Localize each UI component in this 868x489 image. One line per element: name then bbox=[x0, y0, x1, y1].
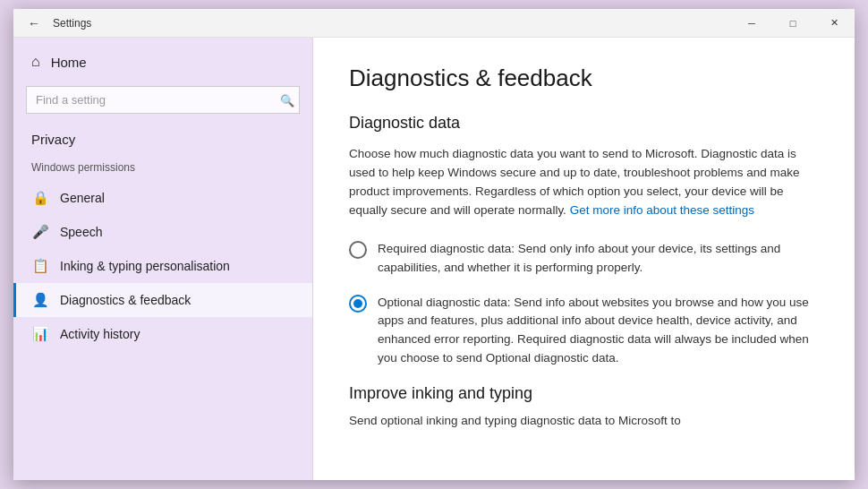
sidebar-item-diagnostics[interactable]: 👤 Diagnostics & feedback bbox=[13, 283, 312, 317]
radio-required[interactable] bbox=[349, 241, 367, 259]
improve-description: Send optional inking and typing diagnost… bbox=[349, 412, 819, 431]
improve-section-title: Improve inking and typing bbox=[349, 384, 819, 403]
window-body: ⌂ Home 🔍 Privacy Windows permissions 🔒 G… bbox=[13, 38, 855, 480]
search-container: 🔍 bbox=[26, 86, 300, 114]
settings-window: ← Settings ─ □ ✕ ⌂ Home 🔍 Privacy bbox=[13, 9, 855, 480]
privacy-heading: Privacy bbox=[13, 128, 312, 156]
radio-option-optional: Optional diagnostic data: Send info abou… bbox=[349, 294, 819, 369]
sidebar-item-label-diagnostics: Diagnostics & feedback bbox=[60, 293, 191, 307]
diagnostics-icon: 👤 bbox=[31, 292, 49, 308]
sidebar-item-home[interactable]: ⌂ Home bbox=[13, 38, 312, 86]
title-bar-left: ← Settings bbox=[22, 14, 91, 32]
sidebar-item-activity[interactable]: 📊 Activity history bbox=[13, 317, 312, 351]
page-title: Diagnostics & feedback bbox=[349, 64, 819, 92]
speech-icon: 🎤 bbox=[31, 224, 49, 240]
main-content: Diagnostics & feedback Diagnostic data C… bbox=[313, 38, 855, 480]
radio-optional[interactable] bbox=[349, 295, 367, 313]
sidebar: ⌂ Home 🔍 Privacy Windows permissions 🔒 G… bbox=[13, 38, 313, 480]
window-controls: ─ □ ✕ bbox=[731, 9, 855, 38]
diagnostic-section-title: Diagnostic data bbox=[349, 114, 819, 133]
sidebar-item-general[interactable]: 🔒 General bbox=[13, 181, 312, 215]
maximize-button[interactable]: □ bbox=[772, 9, 813, 38]
radio-required-label: Required diagnostic data: Send only info… bbox=[378, 240, 819, 278]
sidebar-item-label-inking: Inking & typing personalisation bbox=[60, 259, 230, 273]
back-button[interactable]: ← bbox=[22, 14, 46, 32]
title-bar: ← Settings ─ □ ✕ bbox=[13, 9, 855, 38]
windows-permissions-label: Windows permissions bbox=[13, 156, 312, 181]
more-info-link[interactable]: Get more info about these settings bbox=[570, 203, 754, 217]
activity-icon: 📊 bbox=[31, 326, 49, 342]
sidebar-item-label-activity: Activity history bbox=[60, 327, 140, 341]
sidebar-item-label-general: General bbox=[60, 191, 105, 205]
window-title: Settings bbox=[53, 17, 91, 30]
sidebar-item-inking[interactable]: 📋 Inking & typing personalisation bbox=[13, 249, 312, 283]
minimize-button[interactable]: ─ bbox=[731, 9, 772, 38]
radio-optional-label: Optional diagnostic data: Send info abou… bbox=[378, 294, 819, 369]
sidebar-item-speech[interactable]: 🎤 Speech bbox=[13, 215, 312, 249]
inking-icon: 📋 bbox=[31, 258, 49, 274]
lock-icon: 🔒 bbox=[31, 190, 49, 206]
search-button[interactable]: 🔍 bbox=[280, 93, 294, 107]
search-input[interactable] bbox=[26, 86, 300, 114]
home-label: Home bbox=[51, 55, 87, 70]
home-icon: ⌂ bbox=[31, 54, 40, 70]
sidebar-item-label-speech: Speech bbox=[60, 225, 102, 239]
close-button[interactable]: ✕ bbox=[813, 9, 855, 38]
diagnostic-description: Choose how much diagnostic data you want… bbox=[349, 145, 819, 220]
radio-option-required: Required diagnostic data: Send only info… bbox=[349, 240, 819, 278]
